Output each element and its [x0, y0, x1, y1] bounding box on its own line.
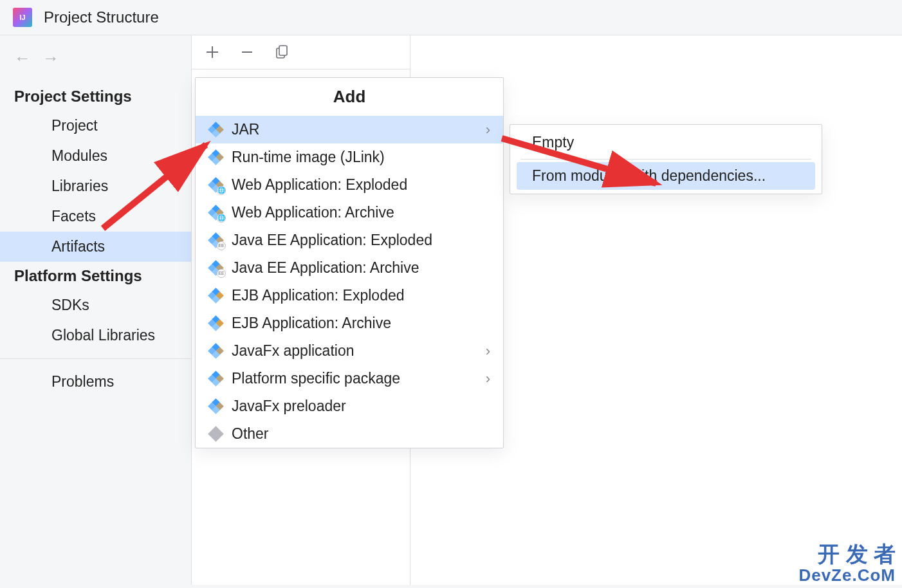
menu-item-label: Platform specific package	[232, 370, 400, 387]
add-button[interactable]	[203, 43, 221, 61]
add-artifact-popup: Add JAR›Run-time image (JLink)🌐Web Appli…	[195, 77, 504, 448]
chevron-right-icon: ›	[486, 122, 490, 138]
chevron-right-icon: ›	[486, 371, 490, 387]
menu-item-label: JAR	[232, 121, 259, 138]
divider	[520, 159, 811, 160]
menu-item-label: Java EE Application: Exploded	[232, 232, 432, 249]
artifact-type-icon: 🌐	[208, 205, 224, 221]
sidebar-item-problems[interactable]: Problems	[0, 367, 191, 397]
divider	[0, 358, 191, 359]
menu-item-label: Web Application: Exploded	[232, 176, 407, 194]
sidebar: ← → Project Settings Project Modules Lib…	[0, 35, 192, 585]
submenu-item-from-modules[interactable]: From modules with dependencies...	[517, 162, 815, 190]
menu-item-label: JavaFx application	[232, 342, 354, 360]
section-platform-settings: Platform Settings	[0, 262, 191, 290]
menu-item-label: Web Application: Archive	[232, 204, 394, 221]
add-menu-item[interactable]: EEJava EE Application: Archive	[196, 254, 503, 282]
add-menu-item[interactable]: EJB Application: Exploded	[196, 282, 503, 309]
forward-arrow-icon[interactable]: →	[42, 48, 59, 68]
menu-item-label: Run-time image (JLink)	[232, 149, 385, 166]
add-menu-item[interactable]: JavaFx application›	[196, 337, 503, 365]
app-icon	[13, 8, 32, 27]
artifact-type-icon: EE	[208, 261, 224, 276]
add-menu-item[interactable]: EJB Application: Archive	[196, 309, 503, 337]
menu-item-label: JavaFx preloader	[232, 398, 346, 415]
menu-item-label: Java EE Application: Archive	[232, 259, 419, 277]
menu-item-label: EJB Application: Exploded	[232, 287, 405, 304]
jar-submenu-popup: Empty From modules with dependencies...	[510, 124, 822, 194]
artifact-type-icon	[208, 371, 224, 387]
svg-rect-1	[279, 46, 287, 55]
artifact-type-icon: 🌐	[208, 178, 224, 193]
chevron-right-icon: ›	[486, 343, 490, 360]
artifact-type-icon	[208, 122, 224, 138]
menu-item-label: Other	[232, 425, 269, 443]
sidebar-item-project[interactable]: Project	[0, 111, 191, 141]
artifact-type-icon	[208, 344, 224, 359]
popup-title: Add	[196, 78, 503, 116]
menu-item-label: EJB Application: Archive	[232, 315, 391, 332]
sidebar-item-artifacts[interactable]: Artifacts	[0, 232, 191, 262]
copy-button[interactable]	[273, 43, 291, 61]
add-menu-item[interactable]: 🌐Web Application: Exploded	[196, 171, 503, 199]
remove-button[interactable]	[238, 43, 256, 61]
artifact-type-icon	[208, 399, 224, 414]
add-menu-item[interactable]: 🌐Web Application: Archive	[196, 199, 503, 226]
sidebar-item-libraries[interactable]: Libraries	[0, 171, 191, 201]
submenu-item-empty[interactable]: Empty	[517, 129, 815, 156]
add-menu-item[interactable]: JAR›	[196, 116, 503, 143]
sidebar-item-modules[interactable]: Modules	[0, 141, 191, 171]
watermark: 开 发 者 DevZe.CoM	[798, 542, 896, 585]
artifact-type-icon	[208, 427, 224, 442]
artifact-type-icon	[208, 288, 224, 304]
sidebar-item-facets[interactable]: Facets	[0, 201, 191, 232]
toolbar	[192, 35, 410, 69]
window-header: Project Structure	[0, 0, 902, 35]
window-title: Project Structure	[44, 8, 159, 26]
add-menu-item[interactable]: EEJava EE Application: Exploded	[196, 226, 503, 254]
artifact-type-icon: EE	[208, 233, 224, 248]
add-menu-item[interactable]: JavaFx preloader	[196, 392, 503, 420]
section-project-settings: Project Settings	[0, 82, 191, 111]
back-arrow-icon[interactable]: ←	[14, 48, 31, 68]
sidebar-item-sdks[interactable]: SDKs	[0, 290, 191, 320]
artifact-type-icon	[208, 316, 224, 331]
artifact-type-icon	[208, 150, 224, 165]
sidebar-item-global-libraries[interactable]: Global Libraries	[0, 320, 191, 351]
add-menu-item[interactable]: Run-time image (JLink)	[196, 143, 503, 171]
add-menu-item[interactable]: Platform specific package›	[196, 365, 503, 392]
add-menu-item[interactable]: Other	[196, 420, 503, 448]
